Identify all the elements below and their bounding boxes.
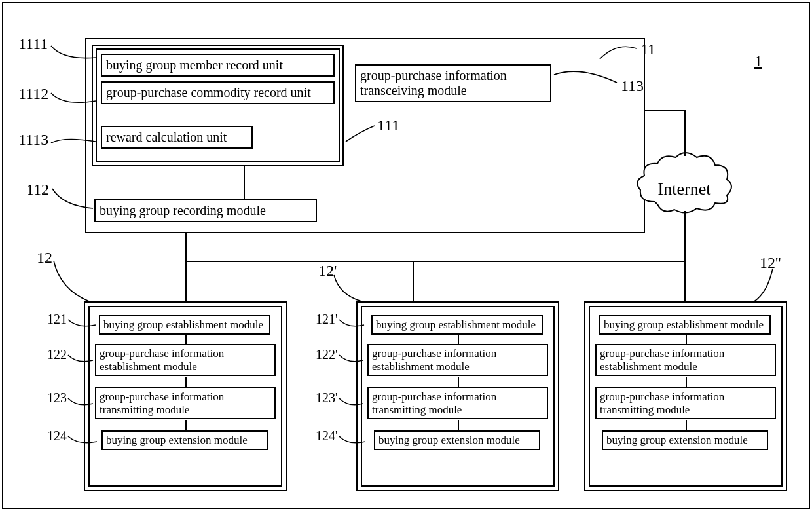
client-inner-3: buying group establishment module group-… [589, 306, 783, 487]
ref-12pp: 12'' [760, 254, 781, 272]
c2-conn-12 [458, 333, 459, 344]
ref-124: 124 [47, 428, 67, 444]
client-inner-1: buying group establishment module group-… [88, 306, 282, 487]
client-box-1: buying group establishment module group-… [84, 301, 287, 491]
c1-conn-23 [185, 377, 187, 387]
connector-111-112 [244, 166, 245, 199]
bus-line [185, 261, 686, 262]
c1-m4: buying group extension module [101, 430, 268, 450]
ref-1111: 1111 [18, 35, 48, 53]
c3-m1: buying group establishment module [599, 315, 771, 335]
ref-123p: 123' [316, 390, 338, 406]
c1-conn-34 [185, 420, 187, 430]
commodity-record-unit: group-purchase commodity record unit [101, 81, 335, 104]
c3-m2: group-purchase information establishment… [595, 344, 776, 376]
connector-server-cloud-v [684, 110, 686, 156]
drop-client-1 [185, 261, 187, 301]
drop-client-3 [684, 261, 686, 301]
c1-m3: group-purchase information transmitting … [95, 387, 276, 419]
ref-121: 121 [47, 312, 67, 327]
client-inner-2: buying group establishment module group-… [361, 306, 555, 487]
ref-113: 113 [621, 77, 644, 95]
c2-conn-34 [458, 420, 459, 430]
ref-112: 112 [26, 181, 49, 199]
ref-122p: 122' [316, 347, 338, 362]
c3-m3: group-purchase information transmitting … [595, 387, 776, 419]
ref-121p: 121' [316, 312, 338, 327]
ref-1112: 1112 [18, 85, 48, 103]
c2-m4: buying group extension module [374, 430, 540, 450]
ref-12: 12 [37, 249, 52, 267]
connector-cloud-bus [684, 211, 686, 262]
c1-conn-12 [185, 333, 187, 344]
c1-m2: group-purchase information establishment… [95, 344, 276, 376]
c2-m2: group-purchase information establishment… [367, 344, 548, 376]
reward-calc-unit: reward calculation unit [101, 126, 253, 149]
record-group-outer: buying group member record unit group-pu… [92, 45, 344, 166]
drop-client-2 [413, 261, 414, 301]
ref-122: 122 [47, 347, 67, 362]
c1-m1: buying group establishment module [99, 315, 270, 335]
internet-cloud: Internet [635, 151, 733, 216]
connector-server-bus [185, 233, 187, 262]
ref-124p: 124' [316, 428, 338, 444]
client-box-2: buying group establishment module group-… [356, 301, 559, 491]
internet-label: Internet [635, 180, 733, 199]
connector-server-cloud-h [645, 110, 684, 111]
c3-conn-12 [686, 333, 687, 344]
c2-conn-23 [458, 377, 459, 387]
diagram-canvas: 1 buying group member record unit group-… [0, 0, 812, 511]
c3-m4: buying group extension module [602, 430, 768, 450]
record-group-inner: buying group member record unit group-pu… [96, 48, 340, 162]
member-record-unit: buying group member record unit [101, 54, 335, 77]
server-box: buying group member record unit group-pu… [85, 38, 645, 233]
ref-11: 11 [640, 41, 655, 58]
ref-12p: 12' [318, 262, 337, 280]
transceiving-module: group-purchase information transceiving … [355, 64, 551, 102]
figure-number: 1 [754, 52, 762, 70]
ref-111: 111 [377, 117, 399, 134]
ref-1113: 1113 [18, 131, 48, 149]
c2-m1: buying group establishment module [371, 315, 543, 335]
ref-123: 123 [47, 390, 67, 406]
recording-module: buying group recording module [94, 199, 317, 222]
c2-m3: group-purchase information transmitting … [367, 387, 548, 419]
client-box-3: buying group establishment module group-… [584, 301, 787, 491]
c3-conn-23 [686, 377, 687, 387]
c3-conn-34 [686, 420, 687, 430]
